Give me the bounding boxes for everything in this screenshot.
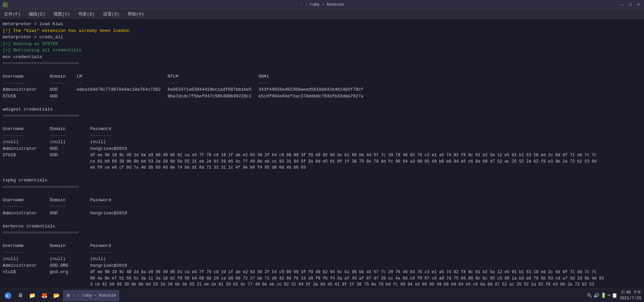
line-13: wdigest credentials [3, 106, 641, 113]
line-37: 3 ce 61 b9 68 39 9b 8b bd 53 2e 28 6b 5b… [3, 282, 641, 288]
line-12 [3, 99, 641, 106]
titlebar-controls: — ❐ ✕ [619, 2, 641, 7]
taskbar-app-icon-1[interactable]: 🖥 [15, 290, 26, 301]
menu-settings[interactable]: 设置(S) [102, 10, 121, 18]
svg-text:K: K [6, 294, 8, 299]
line-33: (null)(null)(null) [3, 256, 641, 262]
terminal-icon: $ [3, 2, 8, 7]
line-sep1: ============================= [3, 60, 641, 67]
close-button[interactable]: ✕ [636, 2, 641, 7]
system-tray: 🔌 🔊 🔋 ⌨ 📋 [586, 293, 617, 298]
line-20: ce 61 b9 68 39 9b 8b bd 53 2e 28 6b 5b 5… [3, 159, 641, 165]
menu-edit[interactable]: 编辑(E) [27, 10, 46, 18]
svg-text:$: $ [3, 3, 5, 7]
titlebar-left: $ [3, 2, 8, 7]
network-icon[interactable]: 🔌 [586, 293, 592, 298]
taskbar-active-app[interactable]: 🖥 - : ruby — Konsole [63, 290, 119, 301]
menu-help[interactable]: 帮助(H) [126, 10, 145, 18]
minimize-button[interactable]: — [619, 2, 625, 7]
line-14 [3, 119, 641, 126]
line-22 [3, 171, 641, 177]
menubar: 文件(F) 编辑(E) 视图(V) 书签(B) 设置(S) 帮助(H) [0, 9, 644, 19]
line-16: ---------------------- [3, 132, 641, 139]
line-sep2: ============================= [3, 113, 641, 119]
line-30 [3, 236, 641, 243]
titlebar: $ - : ruby — Konsole — ❐ ✕ [0, 0, 644, 9]
line-11: STU1$GOD0ba7dcdc7f5bef947c985490b99228c1… [3, 93, 641, 100]
line-21: eb f0 ce e6 cf 0d 7a 4b 3b 03 4d 6e 74 b… [3, 165, 641, 171]
line-28 [3, 216, 641, 223]
line-sep4: ============================= [3, 229, 641, 236]
line-19: STU1$GODdf ee 90 18 9c 48 2d 8a e9 98 49… [3, 152, 641, 159]
taskbar-app-label: - : ruby — Konsole [72, 293, 116, 298]
maximize-button[interactable]: ❐ [628, 2, 633, 7]
line-18: AdministratorGODhongrisec@2019 [3, 145, 641, 152]
line-27: AdministratorGODhongrisec@2019 [3, 210, 641, 217]
battery-icon[interactable]: 🔋 [601, 293, 606, 298]
line-31: UsernameDomainPassword [3, 243, 641, 249]
terminal[interactable]: meterpreter > load Kiwi [!] The "kiwi" e… [0, 19, 644, 289]
line-1: meterpreter > load Kiwi [3, 21, 641, 28]
date-display: 2021/7/26 [619, 296, 641, 301]
line-5: [+] Retrieving all credentials [3, 47, 641, 54]
line-8: UsernameDomainLMNTLMSHA1 [3, 73, 641, 80]
taskbar-left: K 🖥 📁 🦊 📂 🖥 - : ruby — Konsole [3, 290, 119, 301]
line-2: [!] The "kiwi" extension has already bee… [3, 28, 641, 34]
line-29: kerberos credentials [3, 223, 641, 230]
menu-bookmarks[interactable]: 书签(B) [77, 10, 96, 18]
taskbar-right: 🔌 🔊 🔋 ⌨ 📋 3:40 下午 2021/7/26 [586, 290, 641, 301]
titlebar-title: - : ruby — Konsole [300, 2, 344, 7]
line-7 [3, 67, 641, 74]
line-6: msv credentials [3, 54, 641, 60]
line-24 [3, 190, 641, 197]
line-35: stu1$god.orgdf ee 90 18 9c 48 2d 8a e9 9… [3, 269, 641, 275]
line-34: AdministratorGOD.ORGhongrisec@2019 [3, 262, 641, 269]
line-26: ---------------------- [3, 203, 641, 210]
menu-file[interactable]: 文件(F) [3, 10, 22, 18]
line-sep3: ============================= [3, 184, 641, 190]
taskbar-app-icon-4[interactable]: 📂 [51, 290, 62, 301]
taskbar: K 🖥 📁 🦊 📂 🖥 - : ruby — Konsole 🔌 🔊 🔋 ⌨ 📋… [0, 289, 644, 302]
line-36: 00 4a 8e e7 51 56 5c 3a 11 3a 18 b2 f8 5… [3, 275, 641, 282]
keyboard-icon[interactable]: ⌨ [608, 293, 610, 298]
line-23: tspkg credentials [3, 177, 641, 184]
taskbar-app-icon-2[interactable]: 📁 [27, 290, 38, 301]
start-button[interactable]: K [3, 290, 13, 301]
line-17: (null)(null)(null) [3, 139, 641, 145]
line-10: AdministratorGODedea194d76c77d87840ac10a… [3, 86, 641, 93]
taskbar-app-terminal-icon: 🖥 [66, 293, 70, 298]
line-25: UsernameDomainPassword [3, 197, 641, 204]
line-15: UsernameDomainPassword [3, 126, 641, 132]
taskbar-app-icon-3[interactable]: 🦊 [39, 290, 50, 301]
menu-view[interactable]: 视图(V) [52, 10, 71, 18]
line-3: meterpreter > creds_all [3, 34, 641, 41]
time-display: 3:40 下午 [619, 290, 641, 296]
clock[interactable]: 3:40 下午 2021/7/26 [619, 290, 641, 301]
line-32: ---------------------- [3, 249, 641, 256]
line-4: [+] Running as SYSTEM [3, 41, 641, 47]
volume-icon[interactable]: 🔊 [594, 293, 599, 298]
notifications-icon[interactable]: 📋 [612, 293, 617, 298]
line-9: ------------------------ [3, 80, 641, 87]
